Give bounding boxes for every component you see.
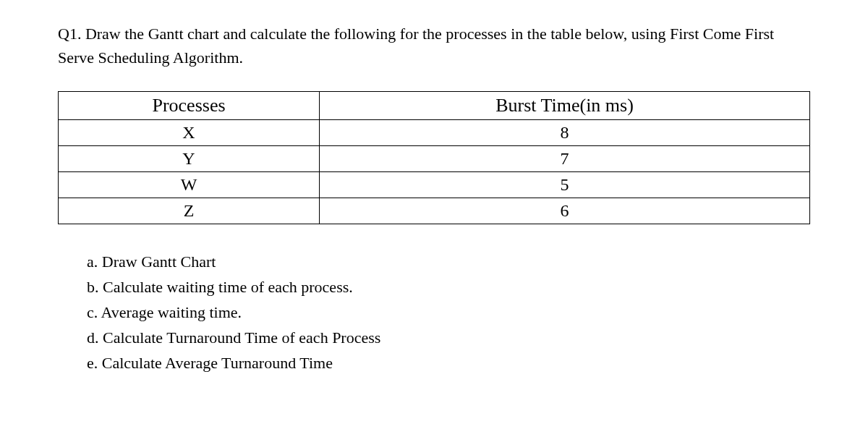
subquestion-d: d. Calculate Turnaround Time of each Pro… — [87, 326, 810, 349]
process-table: Processes Burst Time(in ms) X 8 Y 7 W 5 … — [58, 91, 810, 224]
sub-questions-list: a. Draw Gantt Chart b. Calculate waiting… — [58, 250, 810, 375]
cell-process: W — [59, 172, 320, 198]
cell-burst: 5 — [320, 172, 810, 198]
table-row: Y 7 — [59, 146, 810, 172]
subquestion-a: a. Draw Gantt Chart — [87, 250, 810, 273]
subquestion-c: c. Average waiting time. — [87, 300, 810, 324]
cell-process: X — [59, 120, 320, 146]
table-row: X 8 — [59, 120, 810, 146]
question-prompt: Q1. Draw the Gantt chart and calculate t… — [58, 22, 810, 69]
subquestion-b: b. Calculate waiting time of each proces… — [87, 275, 810, 299]
header-processes: Processes — [59, 92, 320, 120]
table-header-row: Processes Burst Time(in ms) — [59, 92, 810, 120]
cell-burst: 8 — [320, 120, 810, 146]
cell-process: Z — [59, 198, 320, 224]
cell-process: Y — [59, 146, 320, 172]
subquestion-e: e. Calculate Average Turnaround Time — [87, 351, 810, 375]
table-row: W 5 — [59, 172, 810, 198]
table-row: Z 6 — [59, 198, 810, 224]
cell-burst: 6 — [320, 198, 810, 224]
header-burst-time: Burst Time(in ms) — [320, 92, 810, 120]
cell-burst: 7 — [320, 146, 810, 172]
